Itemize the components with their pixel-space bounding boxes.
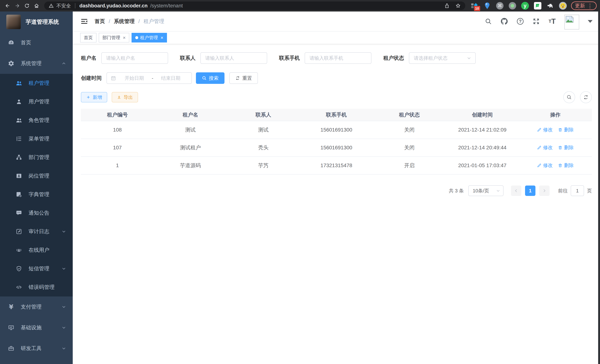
chat-extension-button[interactable]: [534, 2, 542, 10]
github-button[interactable]: [501, 18, 508, 25]
sidebar-item-pay[interactable]: ¥ 支付管理: [0, 297, 73, 317]
bookmark-star-icon[interactable]: [455, 3, 461, 9]
breadcrumb-item-system[interactable]: 系统管理: [114, 18, 135, 25]
sidebar-item-notice[interactable]: 通知公告: [0, 204, 73, 222]
table-row: 1 芋道源码 芋艿 17321315478 开启 2021-01-05 17:0…: [81, 157, 592, 174]
edit-link[interactable]: 修改: [537, 144, 553, 151]
sidebar-item-tenant[interactable]: 租户管理: [0, 74, 73, 92]
avatar[interactable]: [564, 15, 579, 29]
cell-created: 2021-12-14 20:49:44: [446, 139, 519, 157]
sidebar-item-online-users[interactable]: 在线用户: [0, 241, 73, 259]
sidebar-item-dept[interactable]: 部门管理: [0, 148, 73, 167]
add-button[interactable]: 新增: [81, 92, 107, 103]
browser-forward-button[interactable]: [13, 1, 21, 10]
cell-id: 107: [81, 139, 154, 157]
balloon-extension-button[interactable]: [483, 2, 491, 10]
extensions-menu-button[interactable]: [546, 2, 554, 10]
prev-page-button[interactable]: [511, 186, 521, 196]
font-large-glyph: T: [551, 18, 556, 25]
sidebar-item-error-code[interactable]: 错误码管理: [0, 278, 73, 297]
help-button[interactable]: ?: [516, 18, 524, 25]
sidebar-item-label: 短信管理: [28, 265, 49, 272]
close-icon[interactable]: ×: [160, 35, 163, 40]
url-host: dashboard.yudao.iocoder.cn: [79, 3, 148, 9]
browser-back-button[interactable]: [3, 1, 12, 10]
delete-link[interactable]: 删除: [558, 144, 574, 151]
select-placeholder: 请选择租户状态: [414, 55, 448, 61]
address-bar[interactable]: 不安全 dashboard.yudao.iocoder.cn/system/te…: [44, 1, 465, 10]
page-size-value: 10条/页: [473, 187, 489, 194]
browser-reload-button[interactable]: [23, 1, 31, 10]
next-page-button[interactable]: [539, 186, 550, 196]
status-select[interactable]: 请选择租户状态: [409, 52, 476, 64]
sidebar-logo[interactable]: 芋道管理系统: [0, 11, 73, 32]
sidebar-item-role[interactable]: 角色管理: [0, 111, 73, 130]
delete-link[interactable]: 删除: [558, 162, 574, 169]
tag-home[interactable]: 首页: [80, 33, 96, 42]
workona-extension-button[interactable]: 10: [470, 2, 479, 10]
sidebar-item-label: 租户管理: [28, 80, 49, 87]
command-extension-button[interactable]: ⌘: [496, 2, 504, 10]
edit-link[interactable]: 修改: [537, 162, 553, 169]
tag-tenant[interactable]: 租户管理 ×: [131, 33, 167, 42]
search-button[interactable]: 搜索: [196, 72, 225, 84]
sidebar-item-user[interactable]: 用户管理: [0, 92, 73, 111]
sidebar-item-home[interactable]: 首页: [0, 32, 73, 53]
fullscreen-button[interactable]: [533, 18, 540, 25]
avatar-dropdown-caret[interactable]: [588, 20, 593, 25]
reset-button-label: 重置: [242, 75, 252, 82]
header-search-button[interactable]: [485, 18, 492, 25]
page-size-select[interactable]: 10条/页: [468, 185, 504, 196]
date-range-picker[interactable]: 开始日期 - 结束日期: [106, 72, 192, 84]
close-icon[interactable]: ×: [123, 35, 126, 40]
page-1-button[interactable]: 1: [525, 186, 535, 196]
tag-label: 首页: [84, 35, 93, 41]
delete-link[interactable]: 删除: [558, 127, 574, 133]
question-icon: ?: [517, 18, 524, 25]
goto-page-input[interactable]: [571, 185, 584, 196]
update-button[interactable]: 更新 ⋮: [571, 1, 597, 10]
sidebar-item-system[interactable]: 系统管理: [0, 53, 73, 74]
cell-status: 关闭: [373, 139, 446, 157]
toggle-search-button[interactable]: [563, 91, 575, 103]
chevron-down-icon: [61, 346, 66, 351]
tenant-name-input[interactable]: [101, 52, 168, 64]
field-label: 联系人: [180, 55, 196, 62]
trash-icon: [558, 127, 562, 132]
edit-link[interactable]: 修改: [537, 127, 553, 133]
pencil-icon: [537, 127, 542, 132]
font-size-button[interactable]: TT: [548, 18, 556, 25]
mobile-input[interactable]: [305, 52, 371, 64]
yuque-extension-button[interactable]: y: [521, 2, 529, 10]
tag-dept[interactable]: 部门管理 ×: [99, 33, 129, 42]
browser-home-button[interactable]: [32, 1, 41, 10]
sidebar-item-dev-tools[interactable]: 研发工具: [0, 338, 73, 359]
chevron-down-icon: [61, 229, 66, 234]
recorder-extension-button[interactable]: [508, 2, 516, 10]
table-row: 107 测试租户 秃头 15601691300 关闭 2021-12-14 20…: [81, 139, 592, 157]
tenant-table: 租户编号 租户名 联系人 联系手机 租户状态 创建时间 操作 108 测试 测试: [81, 109, 592, 175]
emoji-extension-button[interactable]: [559, 2, 567, 10]
refresh-table-button[interactable]: [580, 91, 592, 103]
sidebar-collapse-button[interactable]: [80, 17, 88, 25]
table-row: 108 测试 测试 15601691300 关闭 2021-12-14 21:0…: [81, 121, 592, 139]
column-header: 租户编号: [81, 109, 154, 121]
sidebar-item-audit-log[interactable]: 审计日志: [0, 222, 73, 241]
reset-button[interactable]: 重置: [229, 72, 258, 84]
sidebar-item-post[interactable]: 岗位管理: [0, 167, 73, 185]
trash-icon: [558, 145, 562, 150]
sidebar: 芋道管理系统 首页 系统管理 租户管理 用户管理: [0, 11, 73, 364]
tag-label: 部门管理: [103, 35, 120, 41]
sidebar-item-sms[interactable]: 短信管理: [0, 259, 73, 278]
breadcrumb-item-home[interactable]: 首页: [95, 18, 105, 25]
navbar-right: ? TT: [485, 13, 593, 29]
share-icon[interactable]: [444, 3, 450, 9]
sidebar-item-dict[interactable]: 字典管理: [0, 185, 73, 204]
sidebar-item-menu[interactable]: 菜单管理: [0, 130, 73, 148]
sidebar-item-infra[interactable]: 基础设施: [0, 317, 73, 338]
cell-created: 2021-12-14 21:02:09: [446, 121, 519, 139]
sidebar-item-label: 菜单管理: [28, 135, 49, 142]
logo-image: [6, 15, 21, 29]
contact-input[interactable]: [200, 52, 267, 64]
export-button[interactable]: 导出: [112, 92, 138, 103]
